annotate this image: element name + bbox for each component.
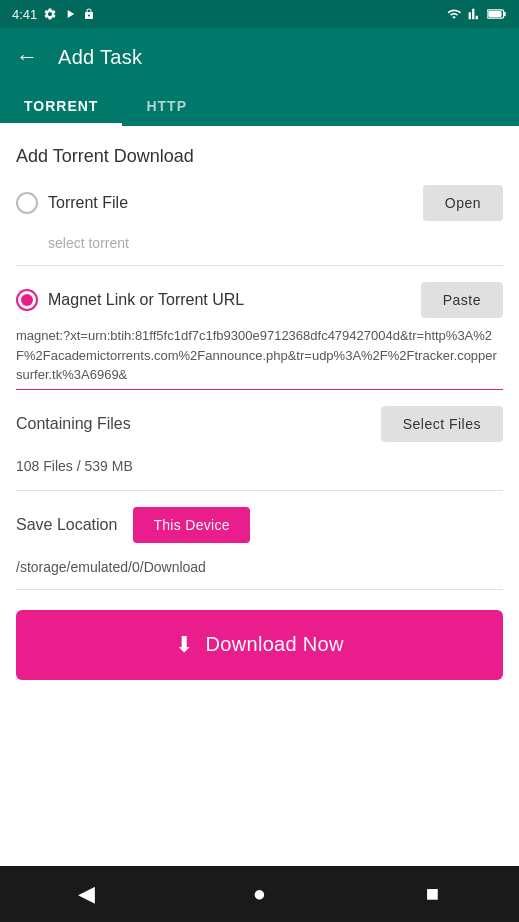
torrent-file-label: Torrent File xyxy=(48,194,128,212)
wifi-icon xyxy=(445,7,463,21)
signal-icon xyxy=(467,7,483,21)
status-bar: 4:41 xyxy=(0,0,519,28)
tabs: TORRENT HTTP xyxy=(0,86,519,126)
magnet-url-box[interactable]: magnet:?xt=urn:btih:81ff5fc1df7c1fb9300e… xyxy=(16,326,503,390)
nav-back-button[interactable]: ◀ xyxy=(57,874,117,914)
download-label: Download Now xyxy=(206,633,344,656)
paste-button[interactable]: Paste xyxy=(421,282,503,318)
content: Add Torrent Download Torrent File Open s… xyxy=(0,126,519,866)
torrent-file-radio[interactable] xyxy=(16,192,38,214)
torrent-file-option[interactable]: Torrent File xyxy=(16,192,128,214)
svg-rect-2 xyxy=(488,11,501,17)
magnet-link-label: Magnet Link or Torrent URL xyxy=(48,291,244,309)
files-info: 108 Files / 539 MB xyxy=(16,450,503,491)
nav-home-button[interactable]: ● xyxy=(230,874,290,914)
select-files-button[interactable]: Select Files xyxy=(381,406,503,442)
radio-inner-dot xyxy=(21,294,33,306)
torrent-file-row: Torrent File Open xyxy=(16,185,503,221)
torrent-placeholder: select torrent xyxy=(16,229,503,266)
status-right xyxy=(445,7,507,21)
svg-rect-1 xyxy=(504,12,506,16)
magnet-url-text: magnet:?xt=urn:btih:81ff5fc1df7c1fb9300e… xyxy=(16,326,503,385)
tab-torrent[interactable]: TORRENT xyxy=(0,86,122,126)
status-left: 4:41 xyxy=(12,7,95,22)
app-bar: ← Add Task xyxy=(0,28,519,86)
section-title: Add Torrent Download xyxy=(16,146,503,167)
save-path: /storage/emulated/0/Download xyxy=(16,553,503,590)
back-button[interactable]: ← xyxy=(16,44,38,70)
app-title: Add Task xyxy=(58,46,142,69)
tab-http[interactable]: HTTP xyxy=(122,86,211,126)
nav-recents-button[interactable]: ■ xyxy=(403,874,463,914)
magnet-link-row: Magnet Link or Torrent URL Paste xyxy=(16,282,503,318)
settings-icon xyxy=(43,7,57,21)
open-button[interactable]: Open xyxy=(423,185,503,221)
magnet-link-option[interactable]: Magnet Link or Torrent URL xyxy=(16,289,244,311)
battery-icon xyxy=(487,8,507,20)
lock-icon xyxy=(83,7,95,21)
this-device-button[interactable]: This Device xyxy=(133,507,249,543)
bottom-nav: ◀ ● ■ xyxy=(0,866,519,922)
save-location-row: Save Location This Device xyxy=(16,507,503,543)
download-now-button[interactable]: ⬇ Download Now xyxy=(16,610,503,680)
containing-files-row: Containing Files Select Files xyxy=(16,406,503,442)
save-location-label: Save Location xyxy=(16,516,117,534)
magnet-link-radio[interactable] xyxy=(16,289,38,311)
containing-files-label: Containing Files xyxy=(16,415,131,433)
play-icon xyxy=(63,7,77,21)
time: 4:41 xyxy=(12,7,37,22)
download-icon: ⬇ xyxy=(175,632,193,658)
